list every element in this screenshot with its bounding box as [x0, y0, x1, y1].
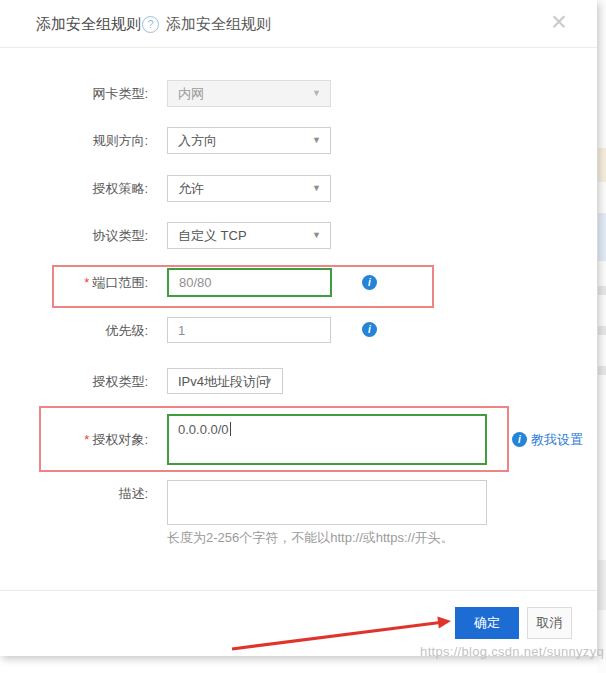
footer-divider: [0, 590, 597, 591]
page-edge-fragment: [598, 366, 606, 375]
port-range-label-text: 端口范围:: [92, 275, 148, 290]
nic-type-label: 网卡类型:: [0, 80, 148, 107]
description-hint: 长度为2-256个字符，不能以http://或https://开头。: [167, 529, 454, 547]
nic-type-select: 内网 ▼: [167, 80, 331, 107]
port-range-label: *端口范围:: [0, 268, 148, 297]
chevron-down-icon: ▼: [312, 223, 321, 248]
page-edge-fragment: [598, 326, 606, 335]
port-range-input[interactable]: [167, 268, 332, 297]
screen: 添加安全组规则 ? 添加安全组规则 × 网卡类型: 内网 ▼ 规则方向: 入方向…: [0, 0, 606, 673]
close-icon[interactable]: ×: [551, 7, 567, 37]
protocol-select[interactable]: 自定义 TCP ▼: [167, 222, 331, 249]
dialog-subtitle: 添加安全组规则: [166, 0, 271, 47]
chevron-down-icon: ▼: [312, 81, 321, 106]
chevron-down-icon: ▼: [264, 369, 273, 394]
page-edge-fragment: [598, 213, 606, 261]
form-row-auth-object: *授权对象: 0.0.0.0/0 i 教我设置: [0, 414, 597, 465]
form-row-policy: 授权策略: 允许 ▼: [0, 175, 597, 202]
background-page-edge: [597, 0, 606, 673]
priority-input[interactable]: [167, 317, 331, 343]
nic-type-value: 内网: [178, 86, 204, 101]
auth-object-label: *授权对象:: [0, 414, 148, 465]
page-edge-fragment: [598, 286, 606, 295]
auth-object-label-text: 授权对象:: [92, 432, 148, 447]
direction-select[interactable]: 入方向 ▼: [167, 127, 331, 154]
page-edge-fragment: [598, 560, 606, 610]
protocol-label: 协议类型:: [0, 222, 148, 249]
info-icon[interactable]: i: [362, 275, 377, 290]
dialog-title: 添加安全组规则: [36, 0, 141, 47]
auth-type-select[interactable]: IPv4地址段访问 ▼: [167, 368, 283, 394]
direction-value: 入方向: [178, 133, 217, 148]
page-edge-fragment: [598, 148, 606, 182]
teach-me-link[interactable]: 教我设置: [531, 432, 583, 448]
dialog-header: 添加安全组规则 ? 添加安全组规则 ×: [0, 0, 597, 48]
auth-object-value: 0.0.0.0/0: [178, 422, 229, 437]
policy-value: 允许: [178, 181, 204, 196]
form-row-nic-type: 网卡类型: 内网 ▼: [0, 80, 597, 107]
info-icon[interactable]: i: [512, 432, 527, 447]
text-cursor: [230, 422, 231, 436]
chevron-down-icon: ▼: [312, 176, 321, 201]
auth-object-textarea[interactable]: 0.0.0.0/0: [167, 414, 487, 465]
form-row-auth-type: 授权类型: IPv4地址段访问 ▼: [0, 368, 597, 394]
add-security-group-rule-dialog: 添加安全组规则 ? 添加安全组规则 × 网卡类型: 内网 ▼ 规则方向: 入方向…: [0, 0, 597, 656]
confirm-button[interactable]: 确定: [455, 607, 519, 639]
cancel-button[interactable]: 取消: [527, 607, 572, 639]
form-row-description: 描述:: [0, 480, 597, 525]
form-row-direction: 规则方向: 入方向 ▼: [0, 127, 597, 154]
required-mark: *: [84, 432, 89, 447]
protocol-value: 自定义 TCP: [178, 228, 247, 243]
info-icon[interactable]: i: [362, 322, 377, 337]
priority-label: 优先级:: [0, 317, 148, 344]
help-icon[interactable]: ?: [142, 16, 159, 33]
auth-type-value: IPv4地址段访问: [178, 374, 269, 389]
policy-select[interactable]: 允许 ▼: [167, 175, 331, 202]
form-row-port-range: *端口范围: i: [0, 268, 597, 301]
form-row-protocol: 协议类型: 自定义 TCP ▼: [0, 222, 597, 249]
direction-label: 规则方向:: [0, 127, 148, 154]
chevron-down-icon: ▼: [312, 128, 321, 153]
policy-label: 授权策略:: [0, 175, 148, 202]
form-row-priority: 优先级: i: [0, 317, 597, 343]
auth-type-label: 授权类型:: [0, 368, 148, 395]
description-textarea[interactable]: [167, 480, 487, 525]
description-label: 描述:: [0, 480, 148, 508]
watermark: https://blog.csdn.net/sunnyzyq: [366, 644, 604, 659]
required-mark: *: [84, 275, 89, 290]
